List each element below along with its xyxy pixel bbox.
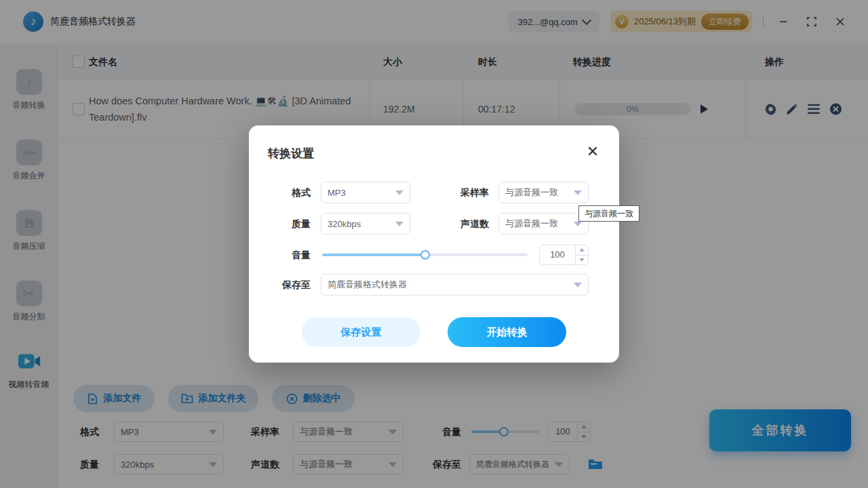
slider-knob[interactable] — [420, 250, 430, 260]
dropdown-arrow-icon — [574, 190, 582, 195]
spin-up-icon[interactable] — [576, 245, 588, 255]
modal-format-select[interactable]: MP3 — [321, 182, 410, 203]
modal-volume-slider[interactable] — [322, 253, 528, 256]
dropdown-arrow-icon — [395, 190, 403, 195]
dropdown-arrow-icon — [574, 283, 582, 287]
modal-close-icon[interactable]: ✕ — [584, 143, 601, 161]
app-window: ♪ 简鹿音频格式转换器 392...@qq.com V 2025/06/13到期… — [0, 0, 868, 488]
modal-save-to-label: 保存至 — [262, 274, 311, 296]
modal-volume-input[interactable]: 100 — [539, 245, 589, 265]
dropdown-arrow-icon — [574, 222, 582, 226]
tooltip: 与源音频一致 — [578, 205, 639, 222]
conversion-settings-modal: 转换设置 ✕ 格式 MP3 采样率 与源音频一致 质量 320kbps 声道数 … — [249, 125, 619, 363]
start-convert-button[interactable]: 开始转换 — [448, 317, 566, 347]
modal-save-to-select[interactable]: 简鹿音频格式转换器 — [321, 274, 589, 296]
modal-channels-select[interactable]: 与源音频一致 — [498, 213, 589, 235]
modal-volume-label: 音量 — [262, 244, 311, 266]
modal-sample-rate-label: 采样率 — [439, 182, 489, 203]
modal-quality-select[interactable]: 320kbps — [321, 213, 410, 235]
modal-format-label: 格式 — [262, 182, 311, 203]
dropdown-arrow-icon — [395, 222, 403, 226]
modal-channels-label: 声道数 — [439, 213, 489, 235]
modal-quality-label: 质量 — [262, 213, 311, 235]
spin-down-icon[interactable] — [576, 255, 588, 265]
modal-sample-rate-select[interactable]: 与源音频一致 — [498, 182, 589, 203]
save-settings-button[interactable]: 保存设置 — [302, 317, 420, 347]
modal-title: 转换设置 — [268, 146, 314, 161]
